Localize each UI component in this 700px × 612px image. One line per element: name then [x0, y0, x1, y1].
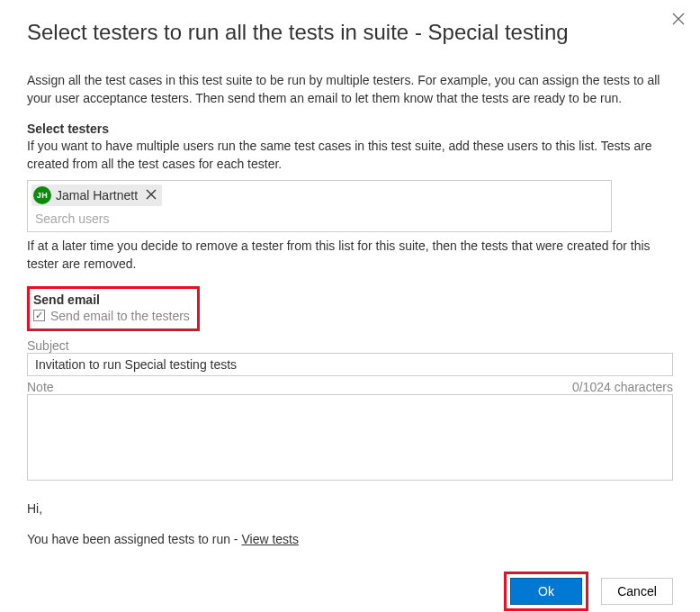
tester-chip-row: JH Jamal Hartnett	[28, 181, 611, 208]
dialog-title: Select testers to run all the tests in s…	[27, 20, 673, 45]
avatar: JH	[33, 186, 51, 204]
dialog-intro-text: Assign all the test cases in this test s…	[27, 72, 673, 107]
select-testers-desc: If you want to have multiple users run t…	[27, 138, 673, 173]
subject-input[interactable]	[27, 353, 673, 376]
note-label-row: Note 0/1024 characters	[27, 380, 673, 394]
send-email-checkbox[interactable]	[33, 310, 45, 321]
view-tests-link[interactable]: View tests	[241, 532, 299, 546]
remove-tester-note: If at a later time you decide to remove …	[27, 238, 673, 273]
email-preview-body-text: You have been assigned tests to run -	[27, 532, 241, 546]
ok-button-highlight: Ok	[504, 572, 588, 611]
ok-button[interactable]: Ok	[510, 578, 582, 605]
note-char-count: 0/1024 characters	[572, 380, 673, 394]
dialog-button-row: Ok Cancel	[27, 572, 673, 611]
send-email-heading: Send email	[33, 292, 190, 307]
tester-chip-label: Jamal Hartnett	[56, 188, 138, 202]
send-email-highlight: Send email Send email to the testers	[27, 286, 200, 331]
remove-tester-button[interactable]	[146, 188, 157, 202]
email-preview-body: You have been assigned tests to run - Vi…	[27, 532, 673, 546]
cancel-button[interactable]: Cancel	[601, 578, 673, 605]
close-icon	[146, 188, 157, 202]
send-email-checkbox-label: Send email to the testers	[50, 309, 190, 323]
email-preview-greeting: Hi,	[27, 501, 673, 516]
search-users-input[interactable]	[28, 208, 611, 231]
close-icon	[672, 13, 685, 28]
testers-picker[interactable]: JH Jamal Hartnett	[27, 180, 612, 232]
assign-testers-dialog: Select testers to run all the tests in s…	[0, 0, 700, 612]
select-testers-heading: Select testers	[27, 122, 673, 136]
tester-chip: JH Jamal Hartnett	[31, 184, 162, 206]
note-textarea[interactable]	[27, 394, 673, 481]
subject-label: Subject	[27, 338, 673, 353]
send-email-checkbox-row: Send email to the testers	[33, 309, 190, 323]
close-button[interactable]	[666, 7, 691, 32]
note-label: Note	[27, 380, 54, 394]
